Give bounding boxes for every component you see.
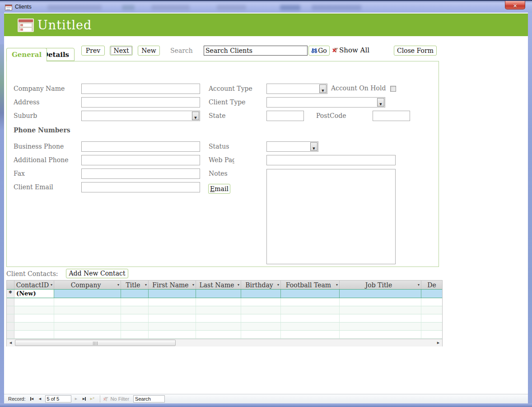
record-count-box[interactable]: [45, 395, 71, 402]
next-record-button[interactable]: ▶: [72, 395, 80, 402]
column-header-contactid[interactable]: ContactID▾: [14, 281, 54, 289]
phone-numbers-heading: Phone Numbers: [14, 126, 70, 134]
column-dropdown-icon[interactable]: ▾: [277, 283, 280, 287]
background-ribbon-blur: [151, 5, 190, 10]
window-title: Clients: [15, 4, 32, 10]
column-header-title[interactable]: Title▾: [121, 281, 149, 289]
first-record-button[interactable]: ◀: [28, 395, 36, 402]
account-type-combobox[interactable]: ▼: [266, 84, 327, 94]
client-type-combobox[interactable]: ▼: [266, 97, 385, 108]
client-email-label: Client Email: [14, 183, 53, 191]
record-label: Record:: [8, 396, 26, 402]
notes-label: Notes: [209, 170, 228, 177]
column-header-company[interactable]: Company▾: [54, 281, 121, 289]
cell-company[interactable]: [54, 290, 121, 298]
empty-row: [7, 306, 442, 314]
background-ribbon-blur: [217, 5, 246, 10]
cell-department[interactable]: [421, 290, 442, 298]
suburb-label: Suburb: [14, 112, 37, 119]
tab-general[interactable]: General: [6, 48, 47, 61]
client-contacts-datasheet: ContactID▾ Company▾ Title▾ First Name▾ L…: [6, 280, 443, 346]
company-name-field[interactable]: [81, 84, 200, 94]
prev-button[interactable]: Prev: [81, 46, 105, 56]
cell-job-title[interactable]: [340, 290, 421, 298]
cell-football-team[interactable]: [281, 290, 340, 298]
postcode-field[interactable]: [373, 111, 410, 121]
cell-first-name[interactable]: [149, 290, 196, 298]
column-dropdown-icon[interactable]: ▾: [238, 283, 241, 287]
new-record-button[interactable]: ▶*: [89, 395, 97, 402]
additional-phone-label: Additional Phone: [14, 156, 69, 164]
scroll-right-arrow[interactable]: ▶: [434, 339, 442, 346]
column-header-job-title[interactable]: Job Title▾: [340, 281, 421, 289]
previous-record-button[interactable]: ◀: [36, 395, 44, 402]
datasheet-horizontal-scrollbar: ◀ ▶: [7, 339, 442, 346]
state-field[interactable]: [266, 111, 304, 121]
search-input[interactable]: [204, 46, 308, 56]
background-ribbon-blur: [47, 5, 102, 10]
last-record-button[interactable]: ▶: [80, 395, 89, 402]
close-form-button[interactable]: Close Form: [394, 46, 437, 56]
go-button[interactable]: Go: [308, 46, 330, 56]
new-record-selector[interactable]: *: [7, 290, 14, 298]
datasheet-select-all-corner[interactable]: [7, 281, 14, 289]
window-close-button[interactable]: ✕: [505, 1, 525, 9]
notes-field[interactable]: [266, 169, 396, 264]
status-combobox[interactable]: ▼: [266, 141, 318, 152]
scrollbar-thumb[interactable]: [15, 340, 176, 346]
column-dropdown-icon[interactable]: ▾: [145, 283, 148, 287]
column-dropdown-icon[interactable]: ▾: [117, 283, 121, 287]
filter-icon: [103, 397, 109, 402]
cell-last-name[interactable]: [196, 290, 241, 298]
form-icon: [5, 5, 12, 10]
window-titlebar: Clients ✕: [0, 0, 532, 13]
chevron-down-icon: ▼: [379, 103, 382, 106]
arrow-right-icon: ▶: [437, 341, 439, 345]
column-dropdown-icon[interactable]: ▾: [51, 283, 54, 287]
record-search-box[interactable]: [133, 395, 165, 402]
column-header-department[interactable]: De: [421, 281, 442, 289]
business-phone-label: Business Phone: [14, 143, 64, 150]
web-page-field[interactable]: [266, 155, 396, 165]
background-ribbon-blur: [280, 5, 300, 10]
column-dropdown-icon[interactable]: ▾: [418, 283, 421, 287]
scroll-left-arrow[interactable]: ◀: [7, 339, 14, 346]
empty-row: [7, 298, 442, 306]
postcode-label: PostCode: [316, 112, 346, 119]
arrow-left-icon: ◀: [9, 341, 12, 345]
column-dropdown-icon[interactable]: ▾: [192, 283, 196, 287]
column-header-birthday[interactable]: Birthday▾: [241, 281, 281, 289]
cell-birthday[interactable]: [241, 290, 281, 298]
column-header-last-name[interactable]: Last Name▾: [196, 281, 241, 289]
record-navigation-bar: Record: ◀ ◀ ▶ ▶ ▶* No Filter: [4, 394, 528, 403]
window-border-right: [528, 13, 532, 403]
column-dropdown-icon[interactable]: ▾: [336, 283, 339, 287]
show-all-label: Show All: [339, 46, 369, 54]
fax-field[interactable]: [81, 168, 200, 179]
remove-filter-icon: [332, 47, 339, 53]
no-filter-button[interactable]: No Filter: [103, 396, 130, 402]
add-new-contact-button[interactable]: Add New Contact: [66, 269, 128, 278]
cell-contactid-new[interactable]: (New): [14, 290, 54, 298]
status-label: Status: [209, 143, 229, 150]
binoculars-icon: [311, 48, 317, 53]
address-field[interactable]: [81, 97, 200, 108]
no-filter-label: No Filter: [111, 396, 130, 402]
client-email-field[interactable]: [81, 182, 200, 192]
column-header-first-name[interactable]: First Name▾: [149, 281, 196, 289]
suburb-combobox[interactable]: ▼: [81, 111, 200, 121]
window-border-bottom: [0, 403, 532, 407]
client-contacts-label: Client Contacts:: [6, 270, 58, 277]
web-page-label: Web Page: [209, 156, 234, 164]
cell-title[interactable]: [121, 290, 149, 298]
email-button[interactable]: Email: [208, 184, 230, 194]
business-phone-field[interactable]: [81, 141, 200, 152]
new-button[interactable]: New: [138, 46, 160, 56]
datasheet-header-row: ContactID▾ Company▾ Title▾ First Name▾ L…: [7, 281, 442, 290]
form-header: Untitled: [4, 14, 528, 36]
next-button[interactable]: Next: [110, 46, 133, 56]
account-on-hold-checkbox[interactable]: [390, 86, 396, 92]
column-header-football-team[interactable]: Football Team▾: [281, 281, 340, 289]
additional-phone-field[interactable]: [81, 155, 200, 165]
show-all-button[interactable]: Show All: [332, 46, 369, 55]
